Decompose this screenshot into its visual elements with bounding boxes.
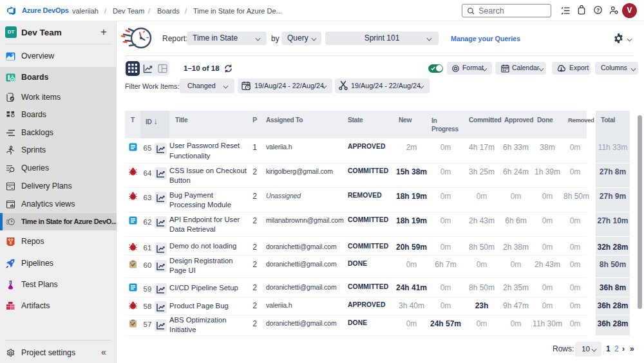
svg-text:?: ?: [596, 8, 600, 14]
